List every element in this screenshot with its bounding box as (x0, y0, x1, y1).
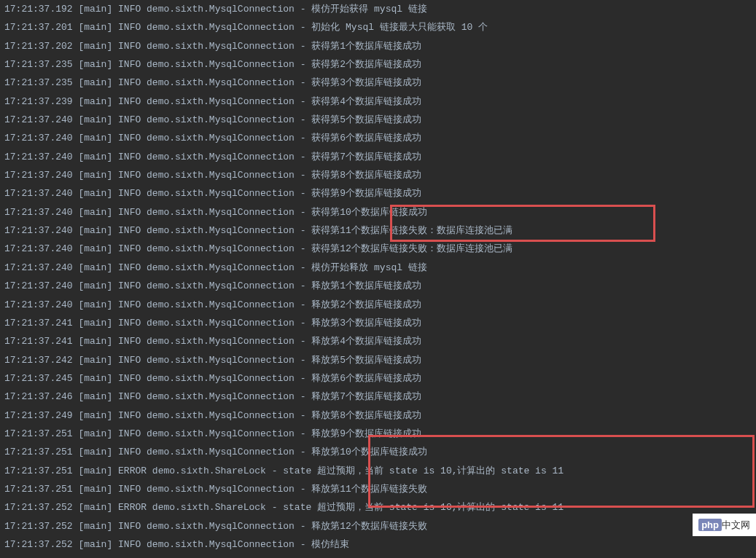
log-line: 17:21:37.240 [main] INFO demo.sixth.Mysq… (4, 221, 752, 240)
log-line: 17:21:37.241 [main] INFO demo.sixth.Mysq… (4, 314, 752, 332)
log-line: 17:21:37.240 [main] INFO demo.sixth.Mysq… (4, 111, 752, 129)
log-line: 17:21:37.235 [main] INFO demo.sixth.Mysq… (4, 74, 752, 92)
log-line: 17:21:37.240 [main] INFO demo.sixth.Mysq… (4, 148, 752, 166)
watermark-suffix: 中文网 (722, 519, 750, 530)
log-line: 17:21:37.202 [main] INFO demo.sixth.Mysq… (4, 37, 752, 55)
log-line: 17:21:37.249 [main] INFO demo.sixth.Mysq… (4, 406, 752, 425)
log-line: 17:21:37.201 [main] INFO demo.sixth.Mysq… (4, 18, 752, 36)
log-line: 17:21:37.240 [main] INFO demo.sixth.Mysq… (4, 240, 752, 258)
watermark-brand: php (698, 519, 722, 531)
log-line: 17:21:37.252 [main] INFO demo.sixth.Mysq… (4, 535, 752, 554)
log-line: 17:21:37.251 [main] INFO demo.sixth.Mysq… (4, 480, 752, 498)
log-line: 17:21:37.240 [main] INFO demo.sixth.Mysq… (4, 203, 752, 221)
log-line: 17:21:37.245 [main] INFO demo.sixth.Mysq… (4, 369, 752, 388)
watermark: php中文网 (693, 514, 756, 536)
log-line: 17:21:37.251 [main] ERROR demo.sixth.Sha… (4, 462, 752, 480)
log-line: 17:21:37.235 [main] INFO demo.sixth.Mysq… (4, 55, 752, 74)
log-line: 17:21:37.240 [main] INFO demo.sixth.Mysq… (4, 277, 752, 295)
log-line: 17:21:37.251 [main] INFO demo.sixth.Mysq… (4, 443, 752, 461)
log-line: 17:21:37.246 [main] INFO demo.sixth.Mysq… (4, 388, 752, 406)
log-line: 17:21:37.242 [main] INFO demo.sixth.Mysq… (4, 351, 752, 369)
log-line: 17:21:37.240 [main] INFO demo.sixth.Mysq… (4, 166, 752, 184)
log-line: 17:21:37.241 [main] INFO demo.sixth.Mysq… (4, 332, 752, 350)
log-line: 17:21:37.192 [main] INFO demo.sixth.Mysq… (4, 0, 752, 18)
log-line: 17:21:37.252 [main] ERROR demo.sixth.Sha… (4, 498, 752, 516)
log-line: 17:21:37.240 [main] INFO demo.sixth.Mysq… (4, 184, 752, 203)
log-line: 17:21:37.240 [main] INFO demo.sixth.Mysq… (4, 129, 752, 147)
log-line: 17:21:37.239 [main] INFO demo.sixth.Mysq… (4, 93, 752, 111)
log-line: 17:21:37.251 [main] INFO demo.sixth.Mysq… (4, 425, 752, 443)
log-line: 17:21:37.240 [main] INFO demo.sixth.Mysq… (4, 259, 752, 277)
console-output: 17:21:37.192 [main] INFO demo.sixth.Mysq… (4, 0, 752, 554)
log-line: 17:21:37.240 [main] INFO demo.sixth.Mysq… (4, 296, 752, 314)
log-line: 17:21:37.252 [main] INFO demo.sixth.Mysq… (4, 517, 752, 535)
